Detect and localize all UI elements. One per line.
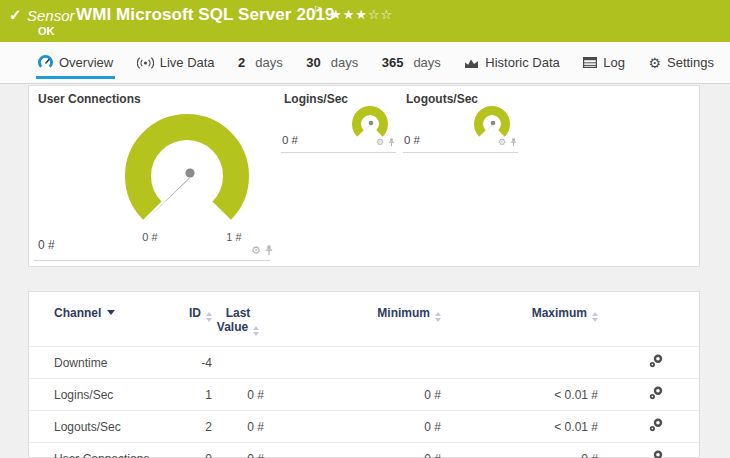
sensor-title: WMI Microsoft SQL Server 2019 [76, 5, 335, 25]
sort-icon [206, 312, 212, 322]
live-data-icon [137, 56, 154, 70]
pin-icon[interactable] [510, 138, 517, 147]
channel-last-value: 0 # [212, 443, 264, 458]
tile-divider [34, 260, 270, 261]
gauges-panel: User Connections 0 # 1 # 0 # ⚙ Logins/S [28, 85, 700, 267]
channel-maximum: 0 # [441, 443, 598, 458]
channel-id: 1 [154, 379, 212, 411]
column-header-id[interactable]: ID [154, 292, 212, 347]
gauge-needle-pivot [491, 121, 496, 126]
channel-settings-icon[interactable] [649, 354, 663, 368]
tab-bar: Overview Live Data 2 days 30 days 365 [0, 42, 730, 84]
channel-settings-icon[interactable] [649, 386, 663, 400]
channel-name[interactable]: User Connections [29, 443, 154, 458]
historic-data-icon [464, 57, 479, 69]
table-header-row: Channel ID Last Value Minimum Maximum [29, 292, 699, 347]
tab-number: 365 [382, 55, 404, 70]
sort-icon [253, 326, 259, 336]
gauge-current-value: 0 # [38, 238, 55, 252]
tile-divider [281, 152, 396, 153]
channel-settings-icon[interactable] [649, 450, 663, 458]
channel-last-value: 0 # [212, 411, 264, 443]
column-label: Last Value [217, 306, 251, 334]
pin-icon[interactable] [265, 245, 273, 256]
column-label: Maximum [532, 306, 587, 320]
channel-maximum: < 0.01 # [441, 411, 598, 443]
column-header-channel[interactable]: Channel [29, 292, 154, 347]
column-header-minimum[interactable]: Minimum [264, 292, 441, 347]
gauge-current-value: 0 # [282, 134, 298, 146]
tab-365-days[interactable]: 365 days [382, 42, 441, 83]
sort-icon [592, 312, 598, 322]
channel-name[interactable]: Logouts/Sec [29, 411, 154, 443]
channel-id: 0 [154, 443, 212, 458]
gauge-scale-max: 1 # [214, 231, 254, 243]
tab-label: days [255, 55, 282, 70]
tab-overview[interactable]: Overview [38, 42, 113, 83]
tab-number: 2 [238, 55, 245, 70]
sensor-kind-label: Sensor [27, 7, 75, 24]
channel-last-value [212, 347, 264, 379]
column-label: Channel [54, 306, 101, 320]
tab-number: 30 [306, 55, 320, 70]
channel-table: Channel ID Last Value Minimum Maximum [29, 292, 699, 458]
tab-label: days [331, 55, 358, 70]
tab-label: Live Data [160, 55, 215, 70]
channel-id: -4 [154, 347, 212, 379]
status-badge: OK [38, 25, 55, 37]
tab-label: days [413, 55, 440, 70]
channel-table-panel: Channel ID Last Value Minimum Maximum [28, 291, 700, 458]
tab-historic-data[interactable]: Historic Data [464, 42, 559, 83]
tab-label: Settings [667, 55, 714, 70]
gauge-title: Logins/Sec [284, 92, 348, 106]
user-connections-gauge [112, 101, 262, 251]
gauge-title: Logouts/Sec [406, 92, 478, 106]
tab-live-data[interactable]: Live Data [137, 42, 215, 83]
tab-settings[interactable]: ⚙ Settings [648, 42, 714, 83]
channel-minimum: 0 # [264, 379, 441, 411]
table-row: Logouts/Sec 2 0 # 0 # < 0.01 # [29, 411, 699, 443]
ok-check-icon: ✓ [9, 6, 22, 24]
stars-empty[interactable]: ☆☆ [368, 7, 393, 22]
table-row: Logins/Sec 1 0 # 0 # < 0.01 # [29, 379, 699, 411]
channel-last-value: 0 # [212, 379, 264, 411]
gauge-settings-gear-icon[interactable]: ⚙ [498, 138, 506, 147]
priority-stars[interactable]: ★★★☆☆ [330, 7, 393, 22]
sort-icon [435, 312, 441, 322]
pin-icon[interactable] [388, 138, 395, 147]
prtg-sensor-page: ✓ Sensor WMI Microsoft SQL Server 2019 ⚐… [0, 0, 730, 458]
tab-label: Log [603, 55, 625, 70]
channel-minimum [264, 347, 441, 379]
gauge-scale-min: 0 # [130, 231, 170, 243]
tab-30-days[interactable]: 30 days [306, 42, 358, 83]
column-header-maximum[interactable]: Maximum [441, 292, 598, 347]
tile-divider [403, 152, 518, 153]
tab-log[interactable]: Log [583, 42, 625, 83]
column-header-last-value[interactable]: Last Value [212, 292, 264, 347]
stars-filled[interactable]: ★★★ [330, 7, 368, 22]
sort-caret-icon [107, 310, 115, 315]
sensor-header: ✓ Sensor WMI Microsoft SQL Server 2019 ⚐… [0, 0, 730, 42]
tab-2-days[interactable]: 2 days [238, 42, 283, 83]
channel-minimum: 0 # [264, 411, 441, 443]
tab-label: Historic Data [485, 55, 559, 70]
tab-label: Overview [59, 55, 113, 70]
gauge-current-value: 0 # [404, 134, 420, 146]
table-row: Downtime -4 [29, 347, 699, 379]
column-label: Minimum [377, 306, 430, 320]
gauge-settings-gear-icon[interactable]: ⚙ [376, 138, 384, 147]
gauge-needle-pivot [185, 168, 194, 177]
log-icon [583, 57, 597, 68]
channel-settings-icon[interactable] [649, 418, 663, 432]
settings-gear-icon: ⚙ [648, 55, 661, 71]
gauge-arc [138, 127, 236, 211]
gauge-settings-gear-icon[interactable]: ⚙ [251, 245, 261, 256]
channel-id: 2 [154, 411, 212, 443]
gauge-needle-pivot [369, 121, 374, 126]
channel-name[interactable]: Logins/Sec [29, 379, 154, 411]
table-row: User Connections 0 0 # 0 # 0 # [29, 443, 699, 458]
channel-name[interactable]: Downtime [29, 347, 154, 379]
flag-icon: ⚐ [313, 4, 323, 17]
gauge-icon [38, 55, 53, 70]
channel-maximum [441, 347, 598, 379]
